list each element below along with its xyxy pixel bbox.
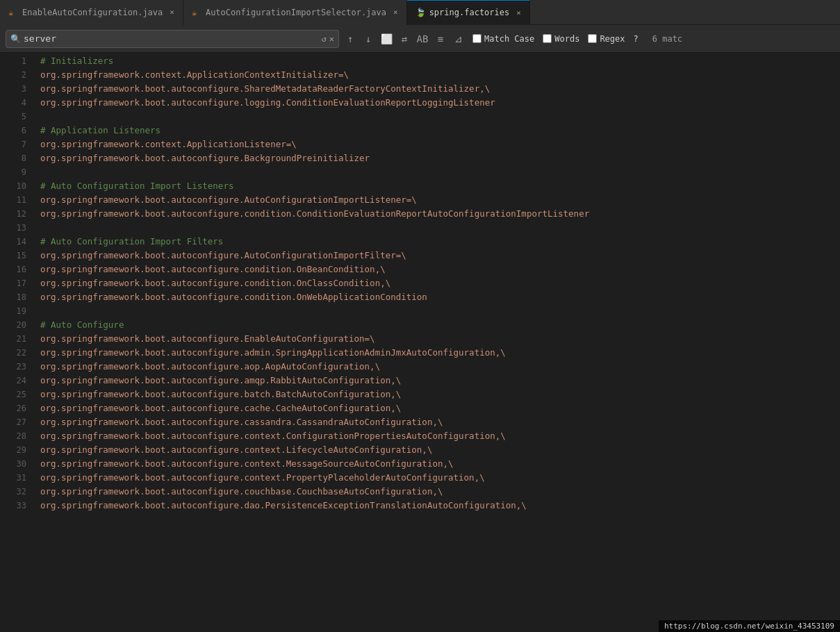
code-line: org.springframework.boot.autoconfigure.E… <box>40 332 840 346</box>
prev-match-button[interactable]: ↑ <box>342 31 359 47</box>
code-line: org.springframework.boot.autoconfigure.c… <box>40 471 840 485</box>
line-number: 2 <box>6 68 26 82</box>
code-line: # Application Listeners <box>40 124 840 138</box>
code-line: org.springframework.boot.autoconfigure.B… <box>40 151 840 165</box>
tab-close-1[interactable]: × <box>170 8 174 17</box>
code-line: org.springframework.boot.autoconfigure.c… <box>40 290 840 304</box>
code-line: org.springframework.boot.autoconfigure.A… <box>40 249 840 263</box>
code-line: org.springframework.boot.autoconfigure.c… <box>40 443 840 457</box>
tab-spring-factories[interactable]: 🍃 spring.factories × <box>407 0 530 25</box>
code-line: org.springframework.boot.autoconfigure.S… <box>40 82 840 96</box>
code-line: org.springframework.boot.autoconfigure.c… <box>40 207 840 221</box>
match-case-option[interactable]: Match Case <box>472 34 534 44</box>
toggle-multiline-button[interactable]: ≡ <box>432 31 449 47</box>
code-line: org.springframework.boot.autoconfigure.c… <box>40 485 840 499</box>
match-count: 6 matc <box>652 34 682 44</box>
search-input[interactable] <box>24 33 319 44</box>
line-number: 8 <box>6 151 26 165</box>
java-icon-2: ☕ <box>192 8 201 17</box>
code-line: org.springframework.boot.autoconfigure.c… <box>40 457 840 471</box>
code-line: org.springframework.boot.autoconfigure.d… <box>40 499 840 513</box>
code-line: org.springframework.boot.autoconfigure.a… <box>40 360 840 374</box>
code-line: # Initializers <box>40 54 840 68</box>
line-number: 25 <box>6 388 26 401</box>
tab-label-3: spring.factories <box>429 8 510 17</box>
line-number: 23 <box>6 360 26 374</box>
java-icon-1: ☕ <box>8 8 18 17</box>
code-line <box>40 165 840 179</box>
line-number: 20 <box>6 318 26 332</box>
line-number: 19 <box>6 304 26 318</box>
status-bar: https://blog.csdn.net/weixin_43453109 <box>659 620 840 632</box>
tab-auto-config-import-selector[interactable]: ☕ AutoConfigurationImportSelector.java × <box>183 0 407 25</box>
line-number: 31 <box>6 471 26 485</box>
code-line: org.springframework.boot.autoconfigure.a… <box>40 374 840 388</box>
line-number: 24 <box>6 374 26 388</box>
code-line: # Auto Configuration Import Listeners <box>40 179 840 193</box>
line-number: 27 <box>6 415 26 429</box>
close-search-button[interactable]: ✕ <box>329 34 334 44</box>
line-number: 32 <box>6 485 26 499</box>
line-number: 1 <box>6 54 26 68</box>
next-match-button[interactable]: ↓ <box>360 31 377 47</box>
words-label: Words <box>554 34 579 44</box>
code-line: org.springframework.boot.autoconfigure.c… <box>40 276 840 290</box>
tab-enable-auto-config[interactable]: ☕ EnableAutoConfiguration.java × <box>0 0 183 25</box>
line-number: 5 <box>6 110 26 124</box>
find-in-selection-button[interactable]: ⬜ <box>378 31 395 47</box>
words-option[interactable]: Words <box>543 34 579 44</box>
code-area: 1234567891011121314151617181920212223242… <box>0 53 840 632</box>
line-number: 26 <box>6 401 26 415</box>
code-line: # Auto Configuration Import Filters <box>40 235 840 249</box>
search-bar: 🔍 ↺ ✕ ↑ ↓ ⬜ ⇄ AB ≡ ⊿ Match Case Words Re… <box>0 25 840 53</box>
code-line: org.springframework.boot.autoconfigure.A… <box>40 193 840 207</box>
line-number: 17 <box>6 276 26 290</box>
regex-option[interactable]: Regex <box>588 34 625 44</box>
line-number: 15 <box>6 249 26 263</box>
clear-search-button[interactable]: ↺ <box>322 34 327 44</box>
code-line: org.springframework.boot.autoconfigure.l… <box>40 96 840 110</box>
toggle-replace-button[interactable]: ⇄ <box>396 31 413 47</box>
code-line: org.springframework.boot.autoconfigure.c… <box>40 263 840 276</box>
line-number: 29 <box>6 443 26 457</box>
code-line: org.springframework.boot.autoconfigure.c… <box>40 415 840 429</box>
line-number: 7 <box>6 138 26 151</box>
line-number: 18 <box>6 290 26 304</box>
code-content[interactable]: # Initializersorg.springframework.contex… <box>35 53 840 632</box>
line-number: 3 <box>6 82 26 96</box>
line-number: 10 <box>6 179 26 193</box>
line-number: 14 <box>6 235 26 249</box>
search-filter-button[interactable]: ⊿ <box>450 31 467 47</box>
line-number: 22 <box>6 346 26 360</box>
match-case-label: Match Case <box>484 34 534 44</box>
line-number: 21 <box>6 332 26 346</box>
match-case-checkbox[interactable] <box>472 34 481 43</box>
code-line: org.springframework.boot.autoconfigure.b… <box>40 388 840 401</box>
tab-close-3[interactable]: × <box>516 8 521 17</box>
line-number: 28 <box>6 429 26 443</box>
code-line: org.springframework.boot.autoconfigure.a… <box>40 346 840 360</box>
regex-label: Regex <box>600 34 625 44</box>
tab-label-1: EnableAutoConfiguration.java <box>22 8 163 17</box>
code-line <box>40 221 840 235</box>
search-options: Match Case Words Regex ? 6 matc <box>472 34 682 44</box>
code-line <box>40 110 840 124</box>
help-icon[interactable]: ? <box>634 34 639 44</box>
code-line: org.springframework.boot.autoconfigure.c… <box>40 401 840 415</box>
line-number: 6 <box>6 124 26 138</box>
toggle-case-preserve-button[interactable]: AB <box>414 31 431 47</box>
search-input-wrapper: 🔍 ↺ ✕ <box>6 30 339 48</box>
search-nav-buttons: ↑ ↓ ⬜ ⇄ AB ≡ ⊿ <box>342 31 467 47</box>
tab-close-2[interactable]: × <box>393 8 398 17</box>
line-number: 30 <box>6 457 26 471</box>
line-number: 33 <box>6 499 26 513</box>
tab-bar: ☕ EnableAutoConfiguration.java × ☕ AutoC… <box>0 0 840 25</box>
words-checkbox[interactable] <box>543 34 552 43</box>
line-number: 11 <box>6 193 26 207</box>
code-line: org.springframework.context.ApplicationL… <box>40 138 840 151</box>
sf-icon: 🍃 <box>415 8 425 17</box>
regex-checkbox[interactable] <box>588 34 597 43</box>
line-number: 4 <box>6 96 26 110</box>
status-url: https://blog.csdn.net/weixin_43453109 <box>664 622 834 631</box>
tab-label-2: AutoConfigurationImportSelector.java <box>206 8 386 17</box>
